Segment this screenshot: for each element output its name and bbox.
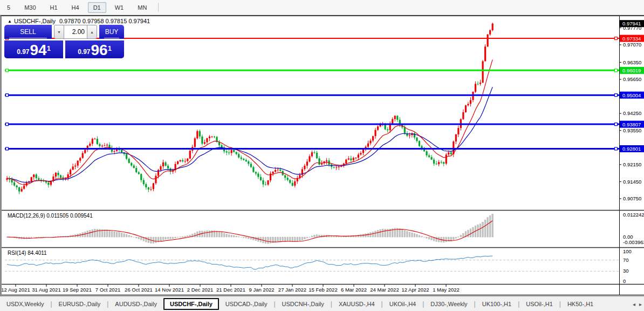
blue-line-price-badge-1: 0.95004 [620, 92, 644, 99]
moving-averages [7, 59, 492, 185]
date-label: 26 Oct 2021 [125, 287, 153, 293]
price-tick-label: 0.94250 [623, 110, 641, 116]
green-line-price-badge: 0.96019 [620, 67, 644, 74]
buy-underline [104, 38, 119, 38]
rsi-axis-label: 100 [623, 248, 632, 254]
ma-slow-line [7, 87, 492, 182]
sell-price-display[interactable]: 0.97941 [4, 40, 63, 58]
blue-line-price-badge-3: 0.92801 [620, 145, 644, 152]
price-tick-label: 0.91450 [623, 179, 641, 185]
chart-tab-ukoil-h4[interactable]: UKOil-,H4 [383, 299, 423, 309]
chart-tab-uk100-h1[interactable]: UK100-,H1 [476, 299, 518, 309]
tab-scroll-left-icon[interactable]: ◂ [633, 301, 635, 307]
date-label: 2 Dec 2021 [187, 287, 214, 293]
chart-ohlc-values: 0.97870 0.97958 0.97815 0.97941 [59, 18, 150, 24]
price-tick-label: 0.90750 [623, 195, 641, 201]
date-label: 27 Jan 2022 [278, 287, 306, 293]
buy-price-pipette: 1 [108, 40, 112, 57]
chart-tab-dj30-weekly[interactable]: DJ30-,Weekly [424, 299, 474, 309]
timeframe-button-M30[interactable]: M30 [19, 2, 41, 13]
price-tick-label: 0.97070 [623, 42, 641, 48]
timeframe-button-H4[interactable]: H4 [66, 2, 85, 13]
blue-line-price-badge-1-label: 0.95004 [622, 92, 641, 98]
buy-button-label: BUY [105, 28, 119, 36]
rsi-axis-label: 0 [623, 278, 626, 284]
chart-tab-eurusd-daily[interactable]: EURUSD-,Daily [52, 299, 107, 309]
blue-line-price-badge-2-label: 0.93807 [622, 121, 641, 127]
chart-tabs: USDX,Weekly|EURUSD-,Daily|AUDUSD-,DailyU… [0, 298, 600, 310]
date-label: 21 Dec 2021 [216, 287, 245, 293]
tab-scroll-controls: ◂ ▸ [629, 296, 642, 311]
current-price-badge: 0.97941 [620, 20, 644, 27]
price-tick-label: 0.93550 [623, 127, 641, 133]
mt4-terminal: { "toolbar": { "timeframes": ["5", "M30"… [0, 0, 644, 311]
volume-decrease-button[interactable]: ▼ [54, 25, 64, 39]
date-label: 19 Sep 2021 [63, 287, 92, 293]
price-axis[interactable]: 0.977700.970700.963500.956500.942500.935… [619, 25, 641, 202]
buy-price-big-digits: 96 [91, 43, 107, 57]
volume-input[interactable] [64, 25, 87, 39]
timeframe-toolbar: 5M30H1H4D1W1MN [0, 0, 644, 15]
chart-tab-usoil-h1[interactable]: USOil-,H1 [519, 299, 559, 309]
rsi-pane[interactable] [5, 256, 619, 271]
date-label: 12 Aug 2021 [1, 287, 30, 293]
arrow-down-icon: ▼ [57, 30, 61, 34]
toolbar-separator [158, 3, 159, 12]
chart-tab-usdcnh-daily[interactable]: USDCNH-,Daily [276, 299, 331, 309]
volume-increase-button[interactable]: ▲ [87, 25, 97, 39]
chart-tab-usdx-weekly[interactable]: USDX,Weekly [0, 299, 50, 309]
date-label: 24 Mar 2022 [370, 287, 399, 293]
timeframe-button-MN[interactable]: MN [132, 2, 152, 13]
sell-underline [9, 38, 47, 38]
macd-axis-label: 0.012242 [623, 212, 644, 218]
blue-line-price-badge-3-label: 0.92801 [622, 146, 641, 152]
chart-tab-usdcad-daily[interactable]: USDCAD-,Daily [219, 299, 274, 309]
buy-button[interactable]: BUY [99, 25, 124, 39]
date-label: 9 Jan 2022 [249, 287, 274, 293]
rsi-indicator-label: RSI(14) 84.4011 [8, 250, 47, 256]
timeframe-button-H1[interactable]: H1 [45, 2, 63, 13]
red-line-price-badge-label: 0.97334 [622, 36, 641, 42]
chart-tab-audusd-daily[interactable]: AUDUSD-,Daily [108, 299, 163, 309]
buy-price-display[interactable]: 0.97961 [65, 40, 124, 58]
chart-title: ▲USDCHF-,Daily0.97870 0.97958 0.97815 0.… [8, 18, 150, 24]
date-label: 7 Oct 2021 [95, 287, 120, 293]
chart-tab-usdchf-daily[interactable]: USDCHF-,Daily [163, 298, 219, 310]
chart-tab-bar: USDX,Weekly|EURUSD-,Daily|AUDUSD-,DailyU… [0, 296, 644, 311]
rsi-axis-label: 30 [623, 268, 629, 274]
sell-button[interactable]: SELL [4, 25, 52, 39]
arrow-up-icon: ▲ [90, 30, 94, 34]
rsi-axis-label: 70 [623, 257, 629, 263]
hline-0.95004[interactable] [5, 94, 619, 97]
ma-fast-line [7, 59, 492, 185]
red-line-price-badge: 0.97334 [620, 35, 644, 42]
chart-symbol-label: USDCHF-,Daily [14, 18, 56, 24]
date-label: 1 May 2022 [433, 287, 460, 293]
chart-tab-hk50-h1[interactable]: HK50-,H1 [561, 299, 600, 309]
symbol-collapse-icon[interactable]: ▲ [8, 19, 12, 24]
timeframe-button-5[interactable]: 5 [2, 2, 16, 13]
date-label: 15 Feb 2022 [309, 287, 337, 293]
green-line-price-badge-label: 0.96019 [622, 67, 641, 73]
date-label: 12 Apr 2022 [401, 287, 429, 293]
rsi-line [7, 256, 492, 269]
tab-scroll-right-icon[interactable]: ▸ [639, 301, 642, 307]
hline-0.93807[interactable] [5, 123, 619, 126]
date-label: 6 Mar 2022 [341, 287, 367, 293]
sell-button-label: SELL [20, 28, 36, 36]
chart-tab-xauusd-h4[interactable]: XAUUSD-,H4 [332, 299, 381, 309]
hline-0.96019[interactable] [5, 69, 619, 72]
sell-price-big-digits: 94 [30, 43, 46, 57]
sell-price-prefix: 0.97 [17, 47, 29, 57]
sell-price-pipette: 1 [47, 40, 51, 57]
timeframe-button-D1[interactable]: D1 [88, 2, 106, 13]
current-price-badge-label: 0.97941 [622, 21, 641, 26]
price-tick-label: 0.96350 [623, 59, 641, 65]
macd-indicator-label: MACD(12,26,9) 0.011505 0.009541 [8, 213, 93, 219]
price-tick-label: 0.95650 [623, 76, 641, 82]
volume-control: ▼ ▲ [54, 25, 97, 39]
price-tick-label: 0.92150 [623, 161, 641, 167]
date-axis[interactable]: 12 Aug 202131 Aug 202119 Sep 20217 Oct 2… [1, 285, 460, 293]
date-label: 14 Nov 2021 [155, 287, 184, 293]
timeframe-button-W1[interactable]: W1 [109, 2, 129, 13]
